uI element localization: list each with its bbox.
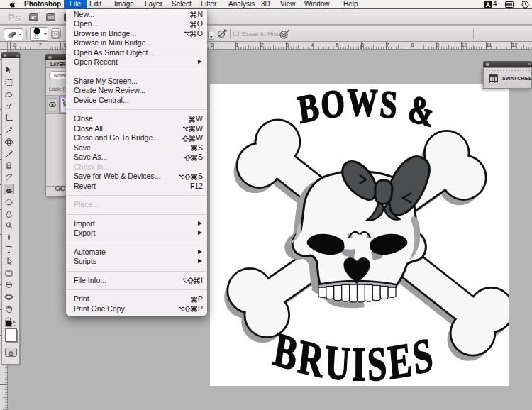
svg-text:BRUISES: BRUISES xyxy=(270,321,438,386)
svg-text:B: B xyxy=(62,99,65,101)
svg-text:BOWS &: BOWS & xyxy=(295,84,438,135)
svg-text:11: 11 xyxy=(34,35,39,40)
